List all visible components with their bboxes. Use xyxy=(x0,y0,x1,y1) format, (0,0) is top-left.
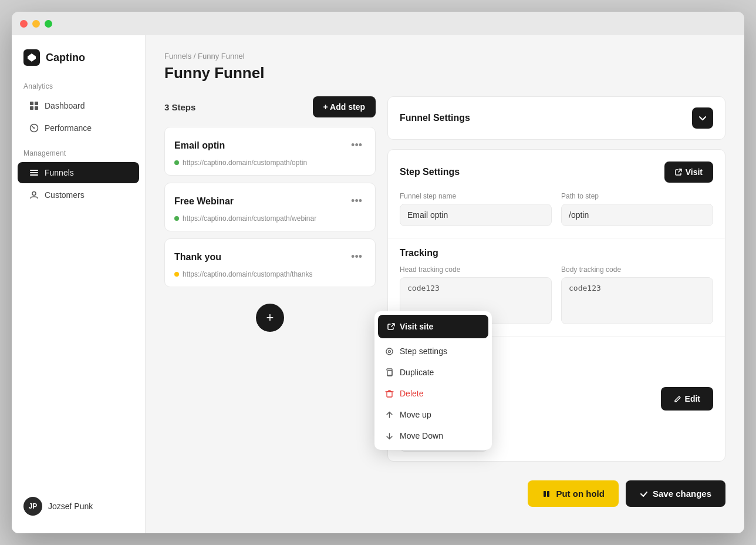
svg-point-12 xyxy=(386,348,393,355)
status-dot xyxy=(174,216,179,221)
body-tracking-input[interactable]: code123 xyxy=(561,277,713,324)
arrow-up-icon xyxy=(385,411,394,419)
pause-icon xyxy=(542,489,551,499)
svg-point-9 xyxy=(32,192,36,196)
user-profile[interactable]: JP Jozsef Punk xyxy=(18,491,139,522)
duplicate-icon xyxy=(385,368,394,377)
edit-icon xyxy=(674,395,681,403)
step-card-free-webinar[interactable]: Free Webinar ••• https://captino.domain/… xyxy=(164,183,376,231)
path-to-step-input[interactable] xyxy=(561,204,713,226)
put-on-hold-button[interactable]: Put on hold xyxy=(528,480,618,507)
step-settings-header: Step Settings Visit xyxy=(400,162,713,183)
titlebar xyxy=(12,12,744,35)
svg-rect-2 xyxy=(30,106,33,110)
funnel-settings-card: Funnel Settings xyxy=(387,96,725,140)
checkmark-icon xyxy=(640,490,648,498)
page-title: Funny Funnel xyxy=(164,64,725,82)
context-menu-visit-site[interactable]: Visit site xyxy=(378,315,488,338)
tracking-title: Tracking xyxy=(400,248,713,258)
add-step-circle[interactable]: + xyxy=(256,304,284,332)
minimize-dot[interactable] xyxy=(32,20,40,28)
path-to-step-label: Path to step xyxy=(561,192,713,200)
performance-label: Performance xyxy=(45,123,92,133)
user-initials: JP xyxy=(29,502,38,510)
logo-icon xyxy=(23,49,40,66)
context-menu-move-down[interactable]: Move Down xyxy=(378,425,488,446)
sidebar-bottom: JP Jozsef Punk xyxy=(12,491,145,522)
funnels-label: Funnels xyxy=(45,168,74,177)
step-menu-button-free-webinar[interactable]: ••• xyxy=(347,194,366,208)
move-up-label: Move up xyxy=(400,410,431,419)
analytics-section: Analytics Dashboard xyxy=(12,82,145,140)
breadcrumb: Funnels / Funny Funnel xyxy=(164,52,725,60)
user-name: Jozsef Punk xyxy=(48,502,93,511)
chevron-down-icon xyxy=(698,114,707,122)
collapse-button[interactable] xyxy=(692,107,713,129)
svg-rect-15 xyxy=(387,392,392,397)
delete-label: Delete xyxy=(400,389,423,398)
svg-rect-3 xyxy=(35,106,38,110)
status-dot-yellow xyxy=(174,272,179,277)
step-menu-button-thank-you[interactable]: ••• xyxy=(347,250,366,264)
step-card-thank-you[interactable]: Thank you ••• https://captino.domain/cus… xyxy=(164,238,376,287)
bottom-actions: Put on hold Save changes xyxy=(387,480,725,507)
sidebar-item-performance[interactable]: Performance xyxy=(18,117,139,139)
funnels-icon xyxy=(29,168,39,177)
left-panel: 3 Steps + Add step Email optin ••• https… xyxy=(164,96,376,507)
funnel-step-name-input[interactable] xyxy=(400,204,552,226)
svg-rect-7 xyxy=(30,172,38,173)
step-url-text: https://captino.domain/custompath/thanks xyxy=(183,270,312,278)
step-url-text: https://captino.domain/custompath/webina… xyxy=(183,214,316,223)
visit-button[interactable]: Visit xyxy=(664,162,713,183)
step-card-email-optin[interactable]: Email optin ••• https://captino.domain/c… xyxy=(164,127,376,176)
step-menu-button-email-optin[interactable]: ••• xyxy=(347,138,366,153)
logo-text: Captino xyxy=(46,52,85,64)
context-menu-step-settings[interactable]: Step settings xyxy=(378,341,488,362)
svg-rect-11 xyxy=(547,491,549,497)
visit-site-label: Visit site xyxy=(400,322,433,331)
move-down-label: Move Down xyxy=(400,431,443,440)
management-label: Management xyxy=(12,149,145,162)
dashboard-label: Dashboard xyxy=(45,101,85,110)
step-url-free-webinar: https://captino.domain/custompath/webina… xyxy=(174,214,366,223)
app-body: Captino Analytics Dashboard xyxy=(12,35,744,533)
context-menu-duplicate[interactable]: Duplicate xyxy=(378,362,488,383)
save-changes-button[interactable]: Save changes xyxy=(626,480,725,507)
sidebar-item-funnels[interactable]: Funnels xyxy=(18,162,139,183)
funnel-step-name-group: Funnel step name xyxy=(400,192,552,226)
external-link-icon xyxy=(387,323,395,331)
step-url-thank-you: https://captino.domain/custompath/thanks xyxy=(174,270,366,278)
steps-header: 3 Steps + Add step xyxy=(164,96,376,117)
sidebar-item-dashboard[interactable]: Dashboard xyxy=(18,95,139,116)
svg-point-5 xyxy=(33,127,35,129)
sidebar-item-customers[interactable]: Customers xyxy=(18,184,139,206)
context-menu-move-up[interactable]: Move up xyxy=(378,404,488,425)
step-card-header: Free Webinar ••• xyxy=(174,194,366,208)
funnel-settings-header: Funnel Settings xyxy=(388,97,725,139)
user-avatar: JP xyxy=(23,497,42,516)
step-card-header: Thank you ••• xyxy=(174,250,366,264)
settings-icon xyxy=(385,347,394,356)
external-link-icon xyxy=(675,169,682,176)
step-settings-section: Step Settings Visit xyxy=(388,150,725,238)
body-tracking-group: Body tracking code code123 xyxy=(561,265,713,324)
dashboard-icon xyxy=(29,101,39,110)
step-name-thank-you: Thank you xyxy=(174,252,221,263)
step-settings-label: Step settings xyxy=(400,346,447,356)
step-settings-form: Funnel step name Path to step xyxy=(400,192,713,226)
context-menu-delete[interactable]: Delete xyxy=(378,383,488,404)
expand-dot[interactable] xyxy=(45,20,52,28)
customers-icon xyxy=(29,190,39,200)
step-url-email-optin: https://captino.domain/custompath/optin xyxy=(174,159,366,167)
analytics-label: Analytics xyxy=(12,82,145,95)
step-settings-title: Step Settings xyxy=(400,167,460,177)
context-menu: Visit site Step settings Duplicate xyxy=(374,311,492,450)
add-step-button[interactable]: + Add step xyxy=(313,96,376,117)
sidebar-logo: Captino xyxy=(12,35,145,82)
right-buttons: Edit xyxy=(661,387,713,411)
step-card-header: Email optin ••• xyxy=(174,138,366,153)
close-dot[interactable] xyxy=(20,20,28,28)
svg-rect-1 xyxy=(35,102,38,105)
edit-button[interactable]: Edit xyxy=(661,387,713,411)
visit-btn-label: Visit xyxy=(686,167,703,177)
